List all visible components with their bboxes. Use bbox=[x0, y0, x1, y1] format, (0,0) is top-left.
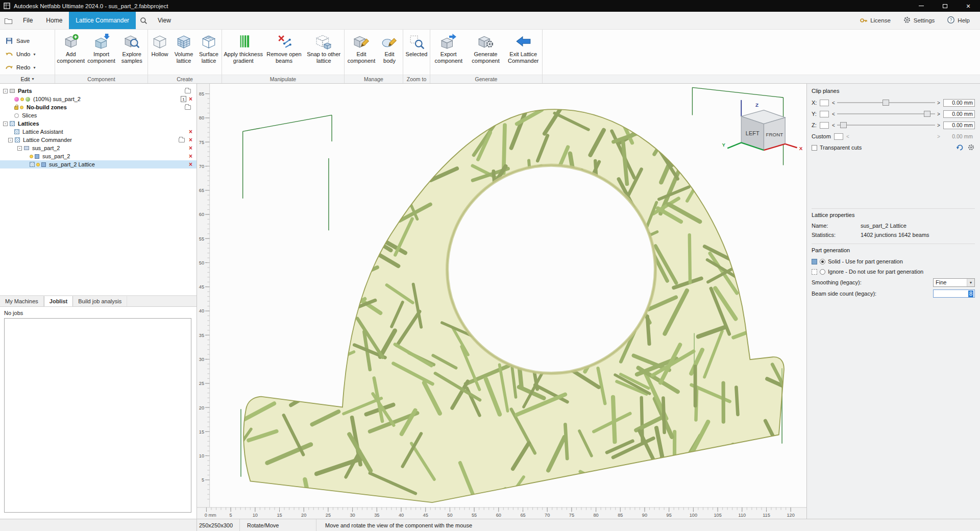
collapse-toggle[interactable]: - bbox=[3, 122, 8, 126]
tab-view[interactable]: View bbox=[151, 12, 178, 29]
clip-x-right-arrow[interactable]: > bbox=[936, 100, 941, 106]
folder-icon[interactable] bbox=[185, 105, 191, 110]
3d-viewport[interactable]: LEFT FRONT Z Y X 85807570656055504540353… bbox=[197, 84, 806, 519]
delete-icon[interactable]: × bbox=[189, 161, 192, 167]
reset-clip-icon[interactable] bbox=[956, 143, 964, 152]
clip-z-slider[interactable] bbox=[837, 122, 935, 129]
tree-item-sus-part-2-lattice[interactable]: sus_part_2 Lattice × bbox=[0, 160, 197, 168]
exit-lattice-commander-button[interactable]: Exit Lattice Commander bbox=[505, 31, 542, 75]
clip-y-right-arrow[interactable]: > bbox=[936, 111, 941, 117]
undo-button[interactable]: Undo ▾ bbox=[0, 47, 55, 61]
export-component-button[interactable]: Export component bbox=[431, 31, 467, 75]
add-component-button[interactable]: Add component bbox=[56, 31, 86, 75]
clip-custom-toggle[interactable] bbox=[834, 133, 843, 140]
apply-thickness-gradient-button[interactable]: Apply thickness gradient bbox=[223, 31, 264, 75]
ignore-radio[interactable] bbox=[820, 269, 825, 275]
maximize-button[interactable] bbox=[933, 0, 957, 12]
visibility-bulb-icon[interactable] bbox=[20, 98, 24, 101]
tab-my-machines[interactable]: My Machines bbox=[0, 296, 44, 306]
delete-icon[interactable]: × bbox=[189, 137, 192, 143]
smoothing-select[interactable]: Fine ▼ bbox=[933, 278, 975, 287]
edit-body-button[interactable]: Edit body bbox=[378, 31, 401, 75]
delete-icon[interactable]: × bbox=[189, 153, 192, 159]
folder-icon[interactable] bbox=[179, 138, 185, 142]
clip-custom-left-arrow[interactable]: < bbox=[845, 134, 850, 139]
zoom-to-selected-button[interactable]: Selected bbox=[403, 31, 430, 75]
search-icon[interactable] bbox=[136, 12, 151, 29]
redo-dropdown-arrow[interactable]: ▾ bbox=[34, 65, 36, 70]
clip-y-left-arrow[interactable]: < bbox=[831, 111, 836, 117]
collapse-toggle[interactable]: - bbox=[8, 138, 13, 142]
tab-lattice-commander[interactable]: Lattice Commander bbox=[69, 12, 136, 29]
delete-icon[interactable]: × bbox=[189, 96, 192, 102]
tree-item-lattice-assistant[interactable]: Lattice Assistant × bbox=[0, 128, 197, 136]
delete-icon[interactable]: × bbox=[189, 145, 192, 151]
import-component-button[interactable]: Import component bbox=[87, 31, 116, 75]
clip-x-left-arrow[interactable]: < bbox=[831, 100, 836, 106]
transparent-cuts-checkbox[interactable] bbox=[812, 145, 817, 151]
jobs-tabs: My Machines Joblist Build job analysis bbox=[0, 296, 197, 307]
tree-item-slices[interactable]: Slices bbox=[0, 111, 197, 119]
tree-item-lattices[interactable]: - Lattices bbox=[0, 119, 197, 128]
surface-lattice-button[interactable]: Surface lattice bbox=[197, 31, 221, 75]
viewcube-left-face[interactable]: LEFT bbox=[746, 130, 760, 136]
collapse-toggle[interactable]: - bbox=[17, 146, 22, 151]
tree-item-no-build-zones[interactable]: No-build zones bbox=[0, 103, 197, 111]
clip-z-right-arrow[interactable]: > bbox=[936, 123, 941, 128]
clip-z-slider-handle[interactable] bbox=[840, 122, 847, 128]
license-button[interactable]: License bbox=[860, 16, 891, 25]
clip-y-toggle[interactable] bbox=[820, 111, 829, 117]
delete-icon[interactable]: × bbox=[189, 129, 192, 135]
edit-component-button[interactable]: Edit component bbox=[347, 31, 376, 75]
clip-x-slider[interactable] bbox=[837, 99, 935, 106]
app-menu-icon[interactable] bbox=[0, 12, 16, 29]
visibility-bulb-icon[interactable] bbox=[36, 163, 40, 166]
edit-menu-button[interactable]: Edit▾ bbox=[0, 75, 55, 83]
tab-build-job-analysis[interactable]: Build job analysis bbox=[73, 296, 127, 306]
clip-y-slider-handle[interactable] bbox=[924, 111, 930, 117]
visibility-bulb-icon[interactable] bbox=[30, 155, 33, 158]
clip-x-toggle[interactable] bbox=[820, 100, 829, 106]
help-button[interactable]: ? Help bbox=[947, 16, 970, 25]
settings-button[interactable]: Settings bbox=[903, 16, 935, 25]
minimize-button[interactable] bbox=[910, 0, 933, 12]
remove-open-beams-button[interactable]: Remove open beams bbox=[265, 31, 304, 75]
snap-to-other-lattice-button[interactable]: Snap to other lattice bbox=[304, 31, 343, 75]
undo-dropdown-arrow[interactable]: ▾ bbox=[34, 52, 36, 57]
tab-home[interactable]: Home bbox=[39, 12, 69, 29]
clip-x-value-field[interactable]: 0.00 mm bbox=[943, 99, 975, 107]
tree-item-sus-part-2[interactable]: (100%) sus_part_2 1 × bbox=[0, 95, 197, 103]
close-button[interactable]: × bbox=[957, 0, 980, 12]
beam-side-count-input[interactable]: 8 bbox=[933, 289, 975, 298]
visibility-bulb-icon[interactable] bbox=[20, 106, 23, 109]
viewcube-front-face[interactable]: FRONT bbox=[766, 132, 783, 137]
save-button[interactable]: Save bbox=[0, 34, 55, 47]
svg-text:?: ? bbox=[950, 17, 952, 22]
generate-component-button[interactable]: Generate component bbox=[467, 31, 505, 75]
clip-y-value-field[interactable]: 0.00 mm bbox=[943, 110, 975, 118]
clip-z-left-arrow[interactable]: < bbox=[831, 123, 836, 128]
tree-item-lattice-commander[interactable]: - Lattice Commander × bbox=[0, 136, 197, 144]
clip-z-toggle[interactable] bbox=[820, 122, 829, 129]
clip-x-slider-handle[interactable] bbox=[883, 100, 889, 106]
clip-settings-gear-icon[interactable] bbox=[967, 143, 975, 152]
redo-button[interactable]: Redo ▾ bbox=[0, 61, 55, 74]
tree-item-sus-part-2-body[interactable]: sus_part_2 × bbox=[0, 152, 197, 160]
explore-samples-button[interactable]: Explore samples bbox=[117, 31, 146, 75]
tab-file[interactable]: File bbox=[16, 12, 39, 29]
ignore-option-row[interactable]: Ignore - Do not use for part generation bbox=[812, 267, 975, 277]
hollow-button[interactable]: Hollow bbox=[149, 31, 171, 75]
clip-custom-right-arrow[interactable]: > bbox=[936, 134, 941, 139]
volume-lattice-button[interactable]: Volume lattice bbox=[172, 31, 196, 75]
solid-option-row[interactable]: Solid - Use for part generation bbox=[812, 256, 975, 267]
collapse-toggle[interactable]: - bbox=[3, 89, 8, 93]
explore-samples-icon bbox=[124, 33, 140, 50]
tree-item-parts[interactable]: - Parts bbox=[0, 87, 197, 95]
solid-radio[interactable] bbox=[820, 259, 825, 264]
tree-item-sus-part-2-group[interactable]: - sus_part_2 × bbox=[0, 144, 197, 152]
tab-joblist[interactable]: Joblist bbox=[44, 296, 73, 306]
job-list-box[interactable] bbox=[4, 318, 191, 513]
clip-y-slider[interactable] bbox=[837, 110, 935, 117]
clip-z-value-field[interactable]: 0.00 mm bbox=[943, 122, 975, 129]
folder-icon[interactable] bbox=[185, 89, 191, 93]
